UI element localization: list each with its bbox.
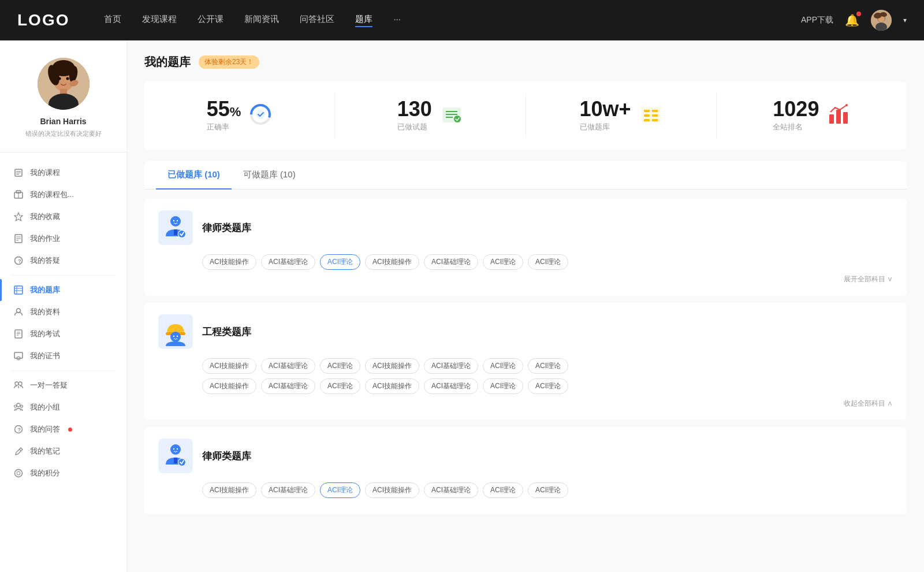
svg-point-56 [256,110,265,119]
qbank-title-2: 工程类题库 [202,325,251,339]
sidebar-label-my-qa: 我的答疑 [30,255,60,266]
svg-rect-64 [652,110,658,112]
done-value: 130 [397,99,432,120]
eng-tag-r1-4[interactable]: ACI基础理论 [424,358,478,374]
package-icon [14,190,23,199]
eng-tag-r2-0[interactable]: ACI技能操作 [202,378,256,394]
eng-tag-r1-2[interactable]: ACI理论 [320,358,360,374]
sidebar-item-my-course[interactable]: 我的课程 [0,162,126,184]
nav-qbank[interactable]: 题库 [355,14,372,27]
logo[interactable]: LOGO [17,11,69,29]
svg-text:?: ? [18,427,21,433]
l2-tag-1[interactable]: ACI基础理论 [261,482,315,498]
sidebar-item-my-qbank[interactable]: 我的题库 [0,279,126,301]
eng-tag-r1-3[interactable]: ACI技能操作 [365,358,419,374]
sidebar-item-my-exam[interactable]: 我的考试 [0,323,126,345]
tag-3[interactable]: ACI技能操作 [365,254,419,270]
qbank-card-lawyer-2: 律师类题库 ACI技能操作 ACI基础理论 ACI理论 ACI技能操作 ACI基… [144,427,907,514]
accuracy-icon [249,103,272,128]
sidebar-item-my-cert[interactable]: 我的证书 [0,345,126,367]
eng-tag-r2-6[interactable]: ACI理论 [528,378,568,394]
collapse-btn-2[interactable]: 收起全部科目 ∧ [158,399,893,408]
svg-rect-40 [14,352,23,358]
expand-btn-1[interactable]: 展开全部科目 ∨ [158,274,893,284]
l2-tag-5[interactable]: ACI理论 [483,482,523,498]
nav-discover[interactable]: 发现课程 [142,14,177,27]
sidebar-item-my-group[interactable]: 我的小组 [0,396,126,418]
svg-point-15 [58,77,61,80]
qa-icon: ? [14,256,23,265]
sidebar-item-my-notes[interactable]: 我的笔记 [0,440,126,462]
svg-rect-67 [644,119,650,121]
sidebar-divider-1 [12,275,115,276]
sidebar-item-my-points[interactable]: 我的积分 [0,462,126,484]
tag-5[interactable]: ACI理论 [483,254,523,270]
nav-qa[interactable]: 问答社区 [300,14,334,27]
navbar-right: APP下载 🔔 ▾ [801,10,907,31]
eng-tag-r1-6[interactable]: ACI理论 [528,358,568,374]
eng-tag-r1-5[interactable]: ACI理论 [483,358,523,374]
tag-4[interactable]: ACI基础理论 [424,254,478,270]
qbank-icon-lawyer-2 [158,439,193,473]
svg-point-47 [14,405,17,407]
sidebar-item-my-collection[interactable]: 我的收藏 [0,206,126,228]
svg-rect-31 [14,286,23,294]
l2-tag-6[interactable]: ACI理论 [528,482,568,498]
homework-icon [14,234,23,243]
svg-line-51 [20,450,21,451]
eng-tag-r2-5[interactable]: ACI理论 [483,378,523,394]
eng-tag-r2-1[interactable]: ACI基础理论 [261,378,315,394]
nav-opencourse[interactable]: 公开课 [198,14,223,27]
eng-tag-r1-1[interactable]: ACI基础理论 [261,358,315,374]
sidebar-menu: 我的课程 我的课程包... 我的收藏 我的作业 [0,153,126,493]
eng-tag-r2-4[interactable]: ACI基础理论 [424,378,478,394]
qbank-header-2: 工程类题库 [158,314,893,349]
eng-tag-r1-0[interactable]: ACI技能操作 [202,358,256,374]
banks-label: 已做题库 [580,122,631,132]
done-label: 已做试题 [397,122,432,132]
tag-1[interactable]: ACI基础理论 [261,254,315,270]
banks-value: 10w+ [580,99,631,120]
l2-tag-2[interactable]: ACI理论 [320,482,360,498]
eng-tag-r2-3[interactable]: ACI技能操作 [365,378,419,394]
nav-home[interactable]: 首页 [104,14,121,27]
notification-badge [856,12,861,16]
app-download-btn[interactable]: APP下载 [801,15,833,25]
tag-2[interactable]: ACI理论 [320,254,360,270]
tab-available[interactable]: 可做题库 (10) [232,161,307,190]
sidebar-item-my-questions[interactable]: ? 我的问答 [0,418,126,440]
user-dropdown-chevron[interactable]: ▾ [903,16,907,24]
tab-done[interactable]: 已做题库 (10) [156,161,232,190]
svg-rect-86 [174,458,177,463]
sidebar-item-one-on-one[interactable]: 一对一答疑 [0,374,126,396]
svg-point-81 [173,336,174,337]
eng-tag-r2-2[interactable]: ACI理论 [320,378,360,394]
nav-more[interactable]: ··· [393,14,401,27]
tag-6[interactable]: ACI理论 [528,254,568,270]
svg-rect-70 [836,110,841,124]
avatar-img [871,10,892,31]
svg-point-48 [21,405,23,407]
sidebar: Brian Harris 错误的决定比没有决定要好 我的课程 我的课程包... [0,40,127,572]
sidebar-item-my-homework[interactable]: 我的作业 [0,228,126,250]
qbank-header-1: 律师类题库 [158,210,893,245]
sidebar-item-my-qa[interactable]: ? 我的答疑 [0,250,126,272]
l2-tag-3[interactable]: ACI技能操作 [365,482,419,498]
exam-icon [14,329,23,339]
nav-news[interactable]: 新闻资讯 [244,14,279,27]
sidebar-label-my-course: 我的课程 [30,168,60,178]
sidebar-item-my-profile[interactable]: 我的资料 [0,301,126,323]
l2-tag-0[interactable]: ACI技能操作 [202,482,256,498]
qbank-icon [14,285,23,295]
tag-0[interactable]: ACI技能操作 [202,254,256,270]
ranking-label: 全站排名 [773,122,819,132]
notification-bell[interactable]: 🔔 [845,13,859,27]
qbank-card-lawyer-1: 律师类题库 ACI技能操作 ACI基础理论 ACI理论 ACI技能操作 ACI基… [144,199,907,296]
user-avatar-nav[interactable] [871,10,892,31]
svg-point-80 [170,332,181,342]
tags-row-lawyer-1: ACI技能操作 ACI基础理论 ACI理论 ACI技能操作 ACI基础理论 AC… [202,254,893,270]
sidebar-item-my-package[interactable]: 我的课程包... [0,184,126,206]
svg-rect-66 [652,114,658,117]
stat-number-done: 130 已做试题 [397,99,432,132]
l2-tag-4[interactable]: ACI基础理论 [424,482,478,498]
